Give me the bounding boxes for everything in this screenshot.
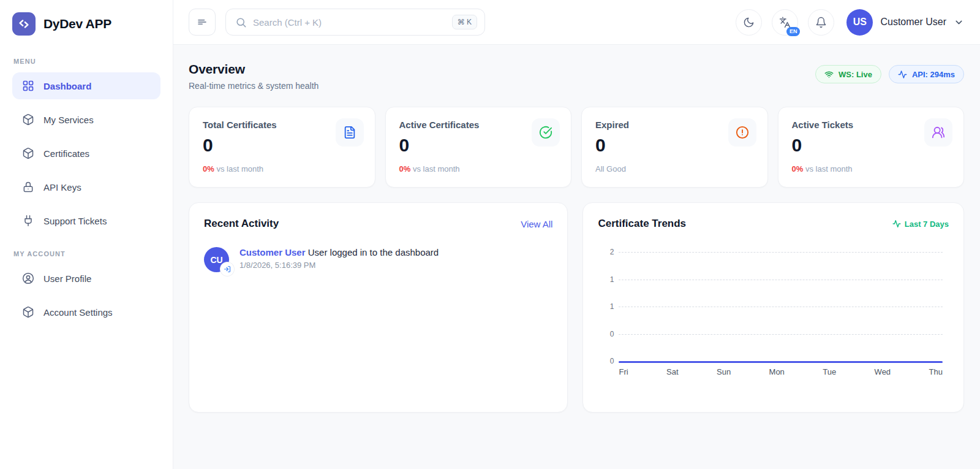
y-tick-label: 0 <box>604 357 614 365</box>
package-icon <box>22 113 34 126</box>
x-tick-label: Sun <box>717 367 731 376</box>
chart-plot-area: 2 1 1 0 0 <box>619 252 943 361</box>
user-menu[interactable]: US Customer User <box>846 9 964 36</box>
app-root: DyDev APP MENU Dashboard My Services Cer… <box>0 0 980 469</box>
stat-note: vs last month <box>413 164 460 173</box>
user-circle-icon <box>22 272 34 284</box>
activity-user-link[interactable]: Customer User <box>239 247 306 257</box>
search-bar[interactable]: ⌘ K <box>225 9 485 36</box>
grid-icon <box>22 80 34 92</box>
dark-mode-toggle[interactable] <box>736 9 762 36</box>
notifications-button[interactable] <box>808 9 834 36</box>
stat-note: All Good <box>595 164 626 173</box>
users-icon <box>924 118 952 147</box>
sidebar-section-my-account: MY ACCOUNT <box>13 250 160 257</box>
x-tick-label: Wed <box>875 367 891 376</box>
stat-footnote: 0% vs last month <box>399 164 558 173</box>
main-content: Overview Real-time metrics & system heal… <box>173 45 980 469</box>
sidebar-item-user-profile[interactable]: User Profile <box>12 265 160 292</box>
stat-note: vs last month <box>805 164 853 173</box>
sidebar: DyDev APP MENU Dashboard My Services Cer… <box>0 0 173 469</box>
view-all-link[interactable]: View All <box>521 219 552 229</box>
search-input[interactable] <box>253 17 446 28</box>
gridline <box>619 334 943 335</box>
gridline <box>619 307 943 307</box>
sidebar-item-label: Dashboard <box>43 81 91 91</box>
y-tick-label: 2 <box>604 248 614 256</box>
api-latency-badge: API: 294ms <box>889 65 964 83</box>
stat-card-active-certificates: Active Certificates 0 0% vs last month <box>385 107 572 188</box>
sidebar-item-account-settings[interactable]: Account Settings <box>12 299 160 326</box>
stat-delta: 0% <box>792 164 804 173</box>
activity-action-text: User logged in to the dashboard <box>308 247 439 257</box>
search-icon <box>235 17 247 28</box>
user-avatar: US <box>846 9 873 36</box>
sidebar-item-label: My Services <box>43 115 94 125</box>
top-header: ⌘ K EN US Customer Us <box>173 0 980 45</box>
y-tick-label: 1 <box>604 275 614 284</box>
recent-activity-panel: Recent Activity View All CU Custom <box>189 202 568 413</box>
search-shortcut-kbd: ⌘ K <box>452 15 477 29</box>
trend-period-label: Last 7 Days <box>905 219 949 229</box>
sidebar-item-my-services[interactable]: My Services <box>12 106 160 133</box>
x-tick-label: Tue <box>823 367 836 376</box>
activity-timestamp: 1/8/2026, 5:16:39 PM <box>239 261 439 270</box>
stat-card-total-certificates: Total Certificates 0 0% vs last month <box>189 107 375 188</box>
stat-footnote: 0% vs last month <box>792 164 951 173</box>
stat-cards-row: Total Certificates 0 0% vs last month Ac… <box>189 107 964 188</box>
certificate-trends-header: Certificate Trends Last 7 Days <box>598 218 949 230</box>
language-badge: EN <box>786 27 801 36</box>
certificate-trends-panel: Certificate Trends Last 7 Days 2 1 <box>582 202 964 413</box>
stat-footnote: All Good <box>595 164 754 173</box>
sidebar-item-api-keys[interactable]: API Keys <box>12 173 160 200</box>
translate-icon <box>779 17 791 28</box>
sidebar-item-support-tickets[interactable]: Support Tickets <box>12 207 160 234</box>
sidebar-item-label: Certificates <box>43 148 89 159</box>
x-tick-label: Fri <box>619 367 628 376</box>
ws-status-badge: WS: Live <box>815 65 881 83</box>
user-name: Customer User <box>880 17 946 28</box>
page-title-block: Overview Real-time metrics & system heal… <box>189 62 318 91</box>
sidebar-item-label: User Profile <box>43 273 91 284</box>
data-series-line <box>619 361 943 363</box>
sidebar-toggle-button[interactable] <box>189 9 216 36</box>
x-axis-labels: Fri Sat Sun Mon Tue Wed Thu <box>619 367 943 376</box>
stat-delta: 0% <box>399 164 411 173</box>
sidebar-item-certificates[interactable]: Certificates <box>12 140 160 167</box>
app-logo[interactable]: DyDev APP <box>12 10 160 42</box>
activity-list-item[interactable]: CU Customer User User logged in to the d… <box>204 247 552 272</box>
language-switcher-button[interactable]: EN <box>772 9 798 36</box>
gridline <box>619 280 943 280</box>
check-circle-icon <box>532 118 560 147</box>
content-column: ⌘ K EN US Customer Us <box>173 0 980 469</box>
line-chart: 2 1 1 0 0 Fri Sat Sun Mon Tue Wed <box>598 252 949 376</box>
sidebar-item-label: API Keys <box>43 182 81 193</box>
page-title: Overview <box>189 62 318 77</box>
pulse-icon <box>892 219 901 228</box>
activity-avatar: CU <box>204 247 229 272</box>
package-icon <box>22 306 34 318</box>
page-subtitle: Real-time metrics & system health <box>189 81 318 91</box>
lock-icon <box>22 181 34 193</box>
status-badges: WS: Live API: 294ms <box>815 65 964 83</box>
stat-delta: 0% <box>203 164 214 173</box>
stat-note: vs last month <box>216 164 263 173</box>
activity-text-block: Customer User User logged in to the dash… <box>239 247 439 272</box>
app-logo-icon <box>12 12 36 36</box>
recent-activity-title: Recent Activity <box>204 218 279 230</box>
x-tick-label: Mon <box>769 367 785 376</box>
activity-icon <box>898 70 907 79</box>
login-icon <box>221 262 234 276</box>
bell-icon <box>815 17 827 28</box>
alert-circle-icon <box>728 118 756 147</box>
x-tick-label: Sat <box>666 367 679 376</box>
sidebar-item-label: Account Settings <box>43 307 113 318</box>
app-title: DyDev APP <box>43 17 111 31</box>
recent-activity-header: Recent Activity View All <box>204 218 552 230</box>
stat-card-active-tickets: Active Tickets 0 0% vs last month <box>778 107 965 188</box>
wifi-icon <box>824 70 834 79</box>
bottom-panels: Recent Activity View All CU Custom <box>189 202 964 413</box>
chevron-down-icon <box>954 17 964 28</box>
sidebar-item-dashboard[interactable]: Dashboard <box>12 72 160 99</box>
y-tick-label: 1 <box>604 302 614 311</box>
